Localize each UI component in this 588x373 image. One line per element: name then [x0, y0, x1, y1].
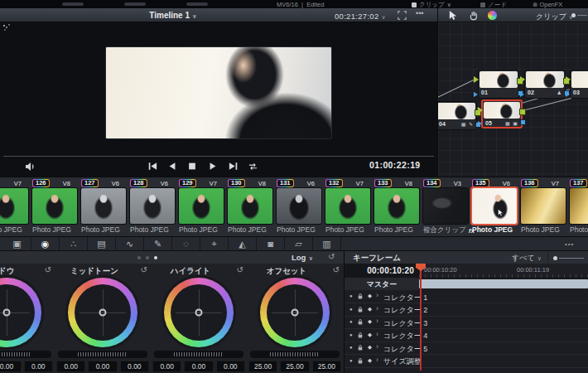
viewer-scrubber[interactable] [3, 156, 434, 157]
node-input-icon[interactable] [437, 108, 440, 114]
timeline-selector[interactable]: Timeline 1∨ [0, 11, 346, 20]
curves-icon[interactable]: ∿ [116, 237, 144, 250]
node-mode-selector[interactable]: クリップ∨ [536, 12, 573, 22]
keyframe-playhead-line[interactable] [420, 265, 422, 371]
clip-thumbnail[interactable] [277, 188, 321, 224]
skip-start-button[interactable] [147, 162, 157, 171]
expand-chevron-icon[interactable]: › [376, 342, 378, 351]
color-bars-icon[interactable]: ∴ [60, 237, 88, 250]
options-dots-icon[interactable]: ••• [416, 9, 423, 17]
keyframe-diamond-icon[interactable]: ◆ [368, 293, 372, 299]
track-enable-dot[interactable]: ● [349, 345, 353, 350]
clip-thumbnail[interactable] [81, 188, 126, 224]
clip-cell[interactable]: 134 V3 複合クリップ fx [422, 177, 470, 236]
clip-thumbnail[interactable] [570, 188, 588, 224]
play-reverse-button[interactable] [167, 162, 177, 171]
keyframe-track-row[interactable]: ● ◆ › コレクター 3 [345, 316, 588, 329]
lock-icon[interactable] [357, 344, 364, 351]
wheel-indicator[interactable] [99, 309, 107, 317]
video-frame[interactable] [106, 47, 331, 138]
node-input-icon[interactable] [478, 107, 486, 114]
tab-openfx[interactable]: ⊗ OpenFX [533, 1, 562, 8]
expand-chevron-icon[interactable]: › [376, 304, 378, 312]
track-enable-dot[interactable]: ● [349, 319, 353, 324]
mute-icon[interactable] [25, 162, 36, 172]
expand-chevron-icon[interactable]: › [376, 317, 378, 325]
loop-button[interactable] [248, 162, 258, 171]
palette-page-dots[interactable] [137, 256, 157, 259]
lock-icon[interactable] [357, 332, 364, 339]
wheel-mode-selector[interactable]: Log∨ [292, 253, 313, 262]
zoom-slider-handle[interactable] [571, 13, 576, 17]
play-button[interactable] [208, 162, 218, 171]
keyframe-diamond-icon[interactable]: ◆ [368, 332, 372, 338]
clip-cell[interactable]: 128 V6 Photo JPEG fx [128, 177, 177, 236]
clip-cell[interactable]: 137 Photo JPEG fx [568, 177, 588, 236]
wheel-value[interactable]: 0.00 [216, 361, 245, 372]
keyframe-diamond-icon[interactable]: ◆ [368, 344, 372, 351]
clip-thumbnail[interactable] [130, 188, 175, 224]
stop-button[interactable] [187, 162, 197, 171]
clip-thumbnail[interactable] [179, 188, 224, 224]
clip-thumbnail[interactable] [521, 188, 566, 224]
track-enable-dot[interactable]: ● [349, 307, 353, 312]
node-key-input-icon[interactable] [478, 121, 484, 126]
clip-thumbnail[interactable] [32, 188, 77, 224]
clip-cell[interactable]: 130 V8 Photo JPEG fx [226, 177, 275, 236]
skip-end-button[interactable] [229, 162, 239, 171]
wheel-indicator[interactable] [195, 309, 203, 317]
corrector-node[interactable]: 04 ▦ ✎ [437, 101, 477, 130]
keyframe-zoom-handle[interactable] [553, 256, 557, 260]
keyframe-track-row[interactable]: ● ◆ › コレクター 2 [345, 303, 588, 317]
wheel-reset-icon[interactable]: ↺ [237, 265, 243, 274]
wheel-value[interactable]: 0.00 [120, 361, 149, 372]
corrector-node[interactable]: 02 ♟ [524, 70, 566, 99]
wheel-reset-icon[interactable]: ↺ [333, 265, 340, 274]
node-input-icon[interactable] [566, 76, 574, 83]
node-key-input-icon[interactable] [520, 92, 527, 97]
clip-cell[interactable]: 136 V7 Photo JPEG fx [519, 177, 568, 236]
expand-icon[interactable] [398, 11, 407, 20]
clip-cell[interactable]: 132 V7 Photo JPEG fx [324, 177, 373, 236]
color-wheel-tool-icon[interactable] [488, 11, 497, 20]
expand-chevron-icon[interactable]: › [376, 356, 378, 364]
keyframe-zoom-track[interactable] [559, 258, 584, 259]
wheel-value[interactable]: 25.00 [248, 361, 277, 372]
blur-icon[interactable]: ◭ [229, 237, 257, 250]
clip-thumbnail[interactable] [423, 188, 468, 224]
stereo-3d-icon[interactable]: ▥ [313, 237, 341, 250]
wheel-value[interactable]: 0.00 [24, 361, 53, 372]
hand-tool-icon[interactable] [468, 10, 478, 21]
expand-chevron-icon[interactable]: › [376, 330, 378, 338]
node-key-input-icon[interactable] [474, 92, 480, 97]
master-wheel-slider[interactable] [0, 351, 51, 358]
master-wheel-slider[interactable] [154, 351, 243, 358]
track-enable-dot[interactable]: ● [349, 358, 353, 363]
keyframe-track-row[interactable]: ● ◆ › コレクター 1 [345, 290, 588, 303]
node-input-icon[interactable] [520, 76, 528, 83]
camera-raw-icon[interactable]: ▣ [3, 237, 31, 250]
clip-cell[interactable]: 131 V6 Photo JPEG fx [275, 177, 324, 236]
pointer-tool-icon[interactable] [448, 10, 458, 21]
corrector-node[interactable]: 03 ▦ [570, 70, 588, 99]
lock-icon[interactable] [357, 293, 364, 300]
keyframe-filter-selector[interactable]: すべて∨ [512, 253, 542, 264]
clip-thumbnail[interactable] [472, 188, 517, 224]
top-menu-icon[interactable] [186, 2, 208, 6]
master-wheel-slider[interactable] [250, 351, 340, 358]
keyframe-diamond-icon[interactable]: ◆ [368, 318, 372, 325]
color-wheel[interactable] [164, 278, 234, 347]
zoom-slider-track[interactable] [577, 15, 587, 16]
lut-icon[interactable]: ▤ [88, 237, 116, 250]
clip-thumbnail[interactable] [374, 188, 419, 224]
node-input-icon[interactable] [474, 76, 482, 83]
clip-cell[interactable]: 126 V8 Photo JPEG fx [31, 177, 80, 236]
top-menu-icon[interactable] [62, 2, 84, 6]
keyframe-track-row[interactable]: ● ◆ › コレクター 5 [345, 342, 588, 355]
corrector-node[interactable]: 05 ▦ ▣ [481, 99, 523, 128]
node-key-output-icon[interactable] [520, 119, 526, 125]
wheel-reset-icon[interactable]: ↺ [45, 265, 51, 274]
keyframe-track-row[interactable]: ● ◆ › サイズ調整 [345, 355, 588, 368]
clip-thumbnail[interactable] [0, 188, 28, 224]
node-output-icon[interactable] [519, 109, 526, 115]
